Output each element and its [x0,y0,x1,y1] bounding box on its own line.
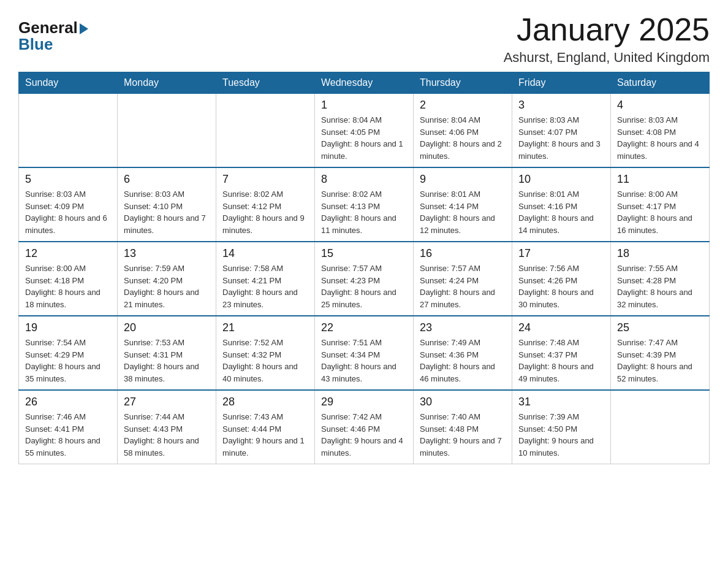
day-info: Sunrise: 8:01 AMSunset: 4:14 PMDaylight:… [420,188,506,236]
day-number: 7 [222,173,308,186]
calendar-cell: 2Sunrise: 8:04 AMSunset: 4:06 PMDaylight… [414,94,512,168]
column-header-thursday: Thursday [414,72,512,94]
day-number: 11 [617,173,703,186]
calendar-cell: 22Sunrise: 7:51 AMSunset: 4:34 PMDayligh… [315,316,414,390]
day-info: Sunrise: 7:40 AMSunset: 4:48 PMDaylight:… [420,411,506,459]
day-number: 21 [222,321,308,334]
calendar-cell: 7Sunrise: 8:02 AMSunset: 4:12 PMDaylight… [216,167,315,242]
calendar-cell [216,94,315,168]
calendar-cell: 15Sunrise: 7:57 AMSunset: 4:23 PMDayligh… [315,242,414,316]
column-header-friday: Friday [512,72,611,94]
day-number: 22 [321,321,407,334]
day-info: Sunrise: 8:02 AMSunset: 4:13 PMDaylight:… [321,188,407,236]
calendar-cell [611,390,710,464]
calendar-cell: 25Sunrise: 7:47 AMSunset: 4:39 PMDayligh… [611,316,710,390]
day-number: 26 [25,396,111,408]
title-block: January 2025 Ashurst, England, United Ki… [504,12,710,66]
calendar-cell: 8Sunrise: 8:02 AMSunset: 4:13 PMDaylight… [315,167,414,242]
calendar-cell: 11Sunrise: 8:00 AMSunset: 4:17 PMDayligh… [611,167,710,242]
day-number: 2 [420,99,506,112]
day-info: Sunrise: 7:47 AMSunset: 4:39 PMDaylight:… [617,337,703,385]
calendar-cell: 14Sunrise: 7:58 AMSunset: 4:21 PMDayligh… [216,242,315,316]
calendar-cell: 24Sunrise: 7:48 AMSunset: 4:37 PMDayligh… [512,316,611,390]
column-header-wednesday: Wednesday [315,72,414,94]
day-number: 14 [222,247,308,260]
calendar-week-row: 19Sunrise: 7:54 AMSunset: 4:29 PMDayligh… [19,316,710,390]
day-number: 16 [420,247,506,260]
calendar-cell: 21Sunrise: 7:52 AMSunset: 4:32 PMDayligh… [216,316,315,390]
day-info: Sunrise: 8:03 AMSunset: 4:09 PMDaylight:… [25,188,111,236]
calendar-cell: 10Sunrise: 8:01 AMSunset: 4:16 PMDayligh… [512,167,611,242]
column-header-sunday: Sunday [19,72,118,94]
calendar-cell: 5Sunrise: 8:03 AMSunset: 4:09 PMDaylight… [19,167,118,242]
day-info: Sunrise: 7:44 AMSunset: 4:43 PMDaylight:… [124,411,210,459]
column-header-saturday: Saturday [611,72,710,94]
calendar-title: January 2025 [504,12,710,47]
calendar-table: SundayMondayTuesdayWednesdayThursdayFrid… [18,72,710,464]
day-info: Sunrise: 8:00 AMSunset: 4:18 PMDaylight:… [25,262,111,310]
calendar-cell: 4Sunrise: 8:03 AMSunset: 4:08 PMDaylight… [611,94,710,168]
day-info: Sunrise: 7:51 AMSunset: 4:34 PMDaylight:… [321,337,407,385]
day-info: Sunrise: 8:02 AMSunset: 4:12 PMDaylight:… [222,188,308,236]
day-number: 9 [420,173,506,186]
day-number: 25 [617,321,703,334]
day-info: Sunrise: 7:48 AMSunset: 4:37 PMDaylight:… [518,337,604,385]
day-info: Sunrise: 7:49 AMSunset: 4:36 PMDaylight:… [420,337,506,385]
day-info: Sunrise: 8:04 AMSunset: 4:05 PMDaylight:… [321,114,407,162]
logo-blue-text: Blue [18,35,53,54]
day-number: 4 [617,99,703,112]
logo-arrow-icon [80,23,88,34]
calendar-cell [19,94,118,168]
day-info: Sunrise: 7:52 AMSunset: 4:32 PMDaylight:… [222,337,308,385]
day-number: 3 [518,99,604,112]
calendar-cell: 20Sunrise: 7:53 AMSunset: 4:31 PMDayligh… [118,316,216,390]
calendar-cell: 18Sunrise: 7:55 AMSunset: 4:28 PMDayligh… [611,242,710,316]
calendar-cell [118,94,216,168]
calendar-subtitle: Ashurst, England, United Kingdom [504,50,710,66]
day-number: 17 [518,247,604,260]
day-number: 12 [25,247,111,260]
day-number: 18 [617,247,703,260]
page-header: General Blue January 2025 Ashurst, Engla… [18,12,710,66]
day-info: Sunrise: 7:46 AMSunset: 4:41 PMDaylight:… [25,411,111,459]
day-number: 30 [420,396,506,408]
calendar-week-row: 5Sunrise: 8:03 AMSunset: 4:09 PMDaylight… [19,167,710,242]
column-header-tuesday: Tuesday [216,72,315,94]
calendar-cell: 23Sunrise: 7:49 AMSunset: 4:36 PMDayligh… [414,316,512,390]
day-info: Sunrise: 7:55 AMSunset: 4:28 PMDaylight:… [617,262,703,310]
day-info: Sunrise: 7:58 AMSunset: 4:21 PMDaylight:… [222,262,308,310]
day-number: 8 [321,173,407,186]
calendar-cell: 9Sunrise: 8:01 AMSunset: 4:14 PMDaylight… [414,167,512,242]
calendar-cell: 30Sunrise: 7:40 AMSunset: 4:48 PMDayligh… [414,390,512,464]
calendar-cell: 19Sunrise: 7:54 AMSunset: 4:29 PMDayligh… [19,316,118,390]
day-number: 31 [518,396,604,408]
day-number: 28 [222,396,308,408]
day-number: 13 [124,247,210,260]
day-number: 24 [518,321,604,334]
day-info: Sunrise: 7:54 AMSunset: 4:29 PMDaylight:… [25,337,111,385]
day-info: Sunrise: 8:01 AMSunset: 4:16 PMDaylight:… [518,188,604,236]
day-info: Sunrise: 8:03 AMSunset: 4:07 PMDaylight:… [518,114,604,162]
day-number: 5 [25,173,111,186]
day-number: 15 [321,247,407,260]
calendar-cell: 31Sunrise: 7:39 AMSunset: 4:50 PMDayligh… [512,390,611,464]
day-number: 6 [124,173,210,186]
day-info: Sunrise: 8:03 AMSunset: 4:10 PMDaylight:… [124,188,210,236]
day-number: 19 [25,321,111,334]
day-info: Sunrise: 7:59 AMSunset: 4:20 PMDaylight:… [124,262,210,310]
calendar-cell: 27Sunrise: 7:44 AMSunset: 4:43 PMDayligh… [118,390,216,464]
calendar-header-row: SundayMondayTuesdayWednesdayThursdayFrid… [19,72,710,94]
day-number: 20 [124,321,210,334]
logo: General Blue [18,12,88,54]
calendar-week-row: 12Sunrise: 8:00 AMSunset: 4:18 PMDayligh… [19,242,710,316]
calendar-week-row: 26Sunrise: 7:46 AMSunset: 4:41 PMDayligh… [19,390,710,464]
day-info: Sunrise: 8:00 AMSunset: 4:17 PMDaylight:… [617,188,703,236]
day-number: 23 [420,321,506,334]
column-header-monday: Monday [118,72,216,94]
day-number: 10 [518,173,604,186]
day-info: Sunrise: 7:53 AMSunset: 4:31 PMDaylight:… [124,337,210,385]
calendar-cell: 28Sunrise: 7:43 AMSunset: 4:44 PMDayligh… [216,390,315,464]
day-info: Sunrise: 8:04 AMSunset: 4:06 PMDaylight:… [420,114,506,162]
day-info: Sunrise: 7:57 AMSunset: 4:23 PMDaylight:… [321,262,407,310]
calendar-cell: 13Sunrise: 7:59 AMSunset: 4:20 PMDayligh… [118,242,216,316]
